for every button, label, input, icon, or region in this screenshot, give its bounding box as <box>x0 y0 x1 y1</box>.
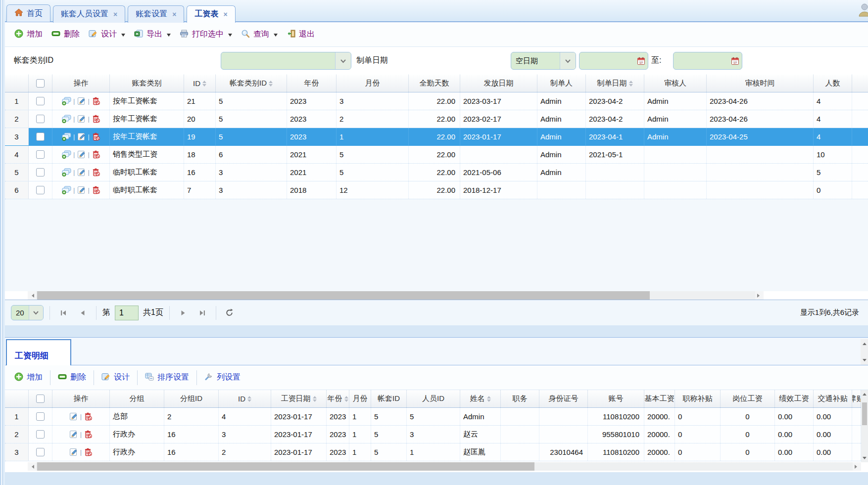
scrollbar-track[interactable] <box>36 462 853 471</box>
table-row[interactable]: 2||按年工资帐套2052023222.002023-02-17Admin202… <box>5 110 868 128</box>
row-checkbox[interactable] <box>36 132 45 141</box>
edit-icon[interactable] <box>69 412 78 421</box>
table-row[interactable]: 4||销售类型工资1862021522.00Admin2021-05-110 <box>5 146 868 164</box>
exit-button[interactable]: 退出 <box>282 27 319 42</box>
column-header-id_card[interactable]: 身份证号 <box>539 390 588 407</box>
chevron-down-icon[interactable] <box>560 52 576 69</box>
row-checkbox[interactable] <box>36 412 45 421</box>
column-header-account_type_id[interactable]: 帐套类别ID <box>216 75 287 92</box>
column-header-title_allowance[interactable]: 职称补贴 <box>675 390 721 407</box>
next-page-button[interactable] <box>176 306 191 320</box>
column-header-id[interactable]: ID <box>219 390 271 407</box>
sort-settings-button[interactable]: 排序设置 <box>141 370 193 385</box>
detail-design-button[interactable]: 设计 <box>97 370 134 385</box>
table-row[interactable]: 3||按年工资帐套1952023122.002023-01-17Admin202… <box>5 128 868 146</box>
copy-add-icon[interactable] <box>61 186 71 194</box>
scroll-down-arrow[interactable] <box>863 359 867 363</box>
row-checkbox[interactable] <box>36 97 45 105</box>
edit-icon[interactable] <box>69 448 78 456</box>
delete-row-icon[interactable] <box>92 168 100 176</box>
copy-add-icon[interactable] <box>61 150 71 159</box>
close-icon[interactable]: × <box>172 10 176 18</box>
copy-add-icon[interactable] <box>61 97 71 105</box>
column-header-allowance[interactable]: 津贴 <box>852 390 861 407</box>
column-header-ops[interactable]: 操作 <box>52 390 110 407</box>
detail-grid-hscrollbar[interactable] <box>28 462 861 471</box>
edit-icon[interactable] <box>77 186 86 194</box>
select-all-checkbox[interactable] <box>36 395 45 403</box>
column-header-group[interactable]: 分组 <box>110 390 164 407</box>
main-grid-hscrollbar[interactable] <box>28 291 764 300</box>
dropdown-arrow-icon[interactable] <box>274 34 278 39</box>
user-icon[interactable] <box>858 2 868 17</box>
column-header-maker[interactable]: 制单人 <box>537 75 586 92</box>
tab-salary-sheet[interactable]: 工资表× <box>187 5 235 23</box>
close-icon[interactable]: × <box>113 10 117 18</box>
date-to-input[interactable]: 17 <box>673 52 742 70</box>
scrollbar-thumb[interactable] <box>37 462 534 471</box>
dropdown-arrow-icon[interactable] <box>167 34 171 39</box>
column-header-month[interactable]: 月份 <box>349 390 371 407</box>
column-header-month[interactable]: 月份 <box>337 75 409 92</box>
edit-icon[interactable] <box>77 168 86 176</box>
copy-add-icon[interactable] <box>61 168 71 176</box>
edit-icon[interactable] <box>69 430 78 439</box>
edit-icon[interactable] <box>77 132 86 141</box>
scroll-right-arrow[interactable] <box>755 291 764 300</box>
row-checkbox[interactable] <box>36 168 45 176</box>
last-page-button[interactable] <box>195 306 210 320</box>
scroll-left-arrow[interactable] <box>28 462 36 471</box>
scrollbar-thumb[interactable] <box>862 402 867 425</box>
column-settings-button[interactable]: 列设置 <box>200 370 245 385</box>
tab-account-settings[interactable]: 账套设置× <box>128 5 184 23</box>
scroll-down-arrow[interactable] <box>863 457 867 461</box>
close-icon[interactable]: × <box>223 10 227 18</box>
prev-page-button[interactable] <box>75 306 90 320</box>
select-all-checkbox[interactable] <box>36 79 45 88</box>
delete-row-icon[interactable] <box>92 150 100 159</box>
column-header-name[interactable]: 姓名 <box>460 390 501 407</box>
scrollbar-thumb[interactable] <box>37 291 650 300</box>
date-mode-select[interactable]: 空日期 <box>511 52 576 70</box>
print-selected-button[interactable]: 打印选中 <box>175 27 237 42</box>
panel-vscrollbar[interactable] <box>861 339 868 365</box>
edit-icon[interactable] <box>77 97 86 105</box>
delete-row-icon[interactable] <box>84 448 93 456</box>
table-row[interactable]: 1|总部242023-01-172023155Admin110810200200… <box>5 408 861 426</box>
row-checkbox[interactable] <box>36 186 45 194</box>
detail-grid-vscrollbar[interactable] <box>861 390 868 462</box>
column-header-job_title[interactable]: 职务 <box>501 390 539 407</box>
scroll-up-arrow[interactable] <box>863 341 867 345</box>
column-header-full_attendance_days[interactable]: 全勤天数 <box>409 75 460 92</box>
column-header-post_salary[interactable]: 岗位工资 <box>721 390 775 407</box>
column-header-bank_account[interactable]: 账号 <box>588 390 644 407</box>
column-header-pay_date[interactable]: 发放日期 <box>460 75 537 92</box>
column-header-person_id[interactable]: 人员ID <box>407 390 460 407</box>
column-header-performance_salary[interactable]: 绩效工资 <box>775 390 814 407</box>
tab-account-personnel-settings[interactable]: 账套人员设置× <box>53 5 125 23</box>
row-checkbox[interactable] <box>36 150 45 159</box>
table-row[interactable]: 2|行政办1632023-01-172023153赵云9558010102000… <box>5 426 861 443</box>
query-button[interactable]: 查询 <box>237 27 282 42</box>
delete-row-icon[interactable] <box>84 412 93 421</box>
scroll-right-arrow[interactable] <box>853 462 861 471</box>
tab-salary-detail[interactable]: 工资明细 <box>6 339 71 365</box>
detail-add-button[interactable]: 增加 <box>10 370 47 385</box>
column-header-year[interactable]: 年份 <box>327 390 349 407</box>
add-button[interactable]: 增加 <box>10 27 47 42</box>
row-checkbox[interactable] <box>36 115 45 123</box>
copy-add-icon[interactable] <box>61 115 71 123</box>
scroll-left-arrow[interactable] <box>28 291 36 300</box>
dropdown-arrow-icon[interactable] <box>228 34 232 39</box>
date-from-input[interactable]: 17 <box>579 52 648 70</box>
tab-home[interactable]: 首页 <box>6 4 50 22</box>
table-row[interactable]: 1||按年工资帐套2152023322.002023-03-17Admin202… <box>5 92 868 110</box>
export-button[interactable]: 导出 <box>130 27 175 42</box>
calendar-icon[interactable]: 17 <box>637 57 645 65</box>
column-header-account_id[interactable]: 帐套ID <box>371 390 407 407</box>
page-number-input[interactable] <box>115 306 139 320</box>
delete-row-icon[interactable] <box>92 132 100 141</box>
column-header-year[interactable]: 年份 <box>287 75 337 92</box>
delete-row-icon[interactable] <box>92 186 100 194</box>
table-row[interactable]: 6||临时职工帐套7320181222.002018-12-170 <box>5 181 868 199</box>
